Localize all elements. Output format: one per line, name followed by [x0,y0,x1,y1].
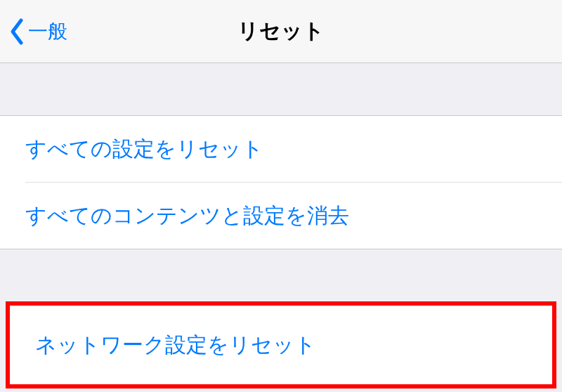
erase-all-content-item[interactable]: すべてのコンテンツと設定を消去 [0,183,562,249]
reset-options-group-2-highlighted: ネットワーク設定をリセット [6,301,556,388]
page-title: リセット [237,17,325,46]
section-spacer [0,249,562,301]
navigation-bar: 一般 リセット [0,0,562,63]
list-item-label: すべてのコンテンツと設定を消去 [25,202,349,230]
chevron-left-icon [8,18,25,46]
back-button[interactable]: 一般 [0,18,67,46]
back-label: 一般 [28,18,67,45]
section-spacer [0,63,562,115]
reset-all-settings-item[interactable]: すべての設定をリセット [0,116,562,182]
list-item-label: ネットワーク設定をリセット [35,331,316,360]
reset-network-settings-item[interactable]: ネットワーク設定をリセット [10,306,552,384]
reset-options-group-1: すべての設定をリセット すべてのコンテンツと設定を消去 [0,115,562,249]
list-item-label: すべての設定をリセット [25,135,263,164]
